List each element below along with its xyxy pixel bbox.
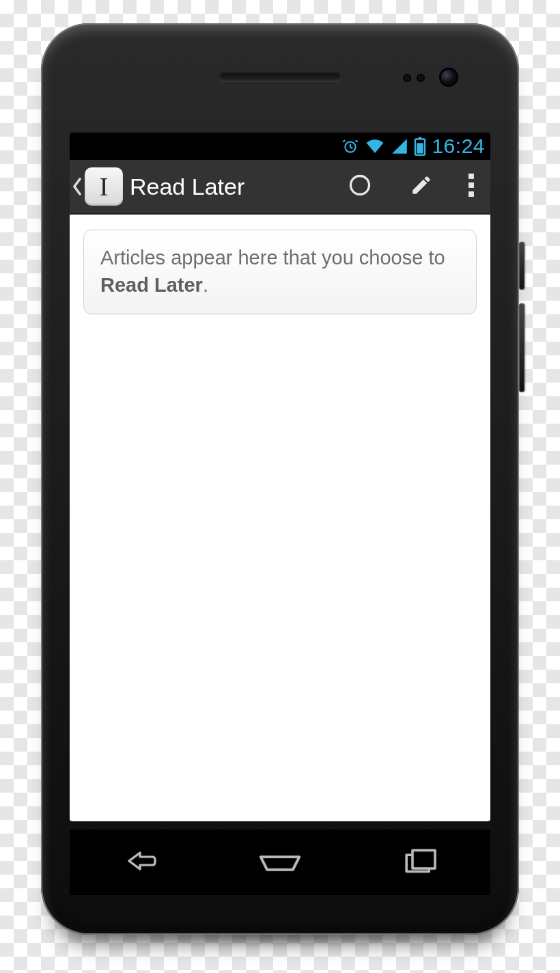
phone-front-camera: [441, 70, 456, 85]
hint-text-prefix: Articles appear here that you choose to: [100, 247, 445, 269]
more-vertical-icon: [468, 174, 474, 200]
svg-rect-7: [468, 191, 474, 197]
wifi-icon: [365, 137, 385, 155]
phone-device-frame: 16:24 I Read Later: [41, 23, 519, 935]
recent-apps-icon: [401, 846, 439, 879]
svg-rect-3: [417, 143, 423, 153]
overflow-menu-button[interactable]: [452, 159, 490, 214]
edit-button[interactable]: [391, 159, 452, 214]
status-clock: 16:24: [432, 135, 485, 158]
app-icon[interactable]: I: [85, 167, 123, 206]
system-nav-bar: [70, 830, 490, 895]
phone-earpiece: [219, 72, 341, 82]
hint-text-suffix: .: [203, 274, 208, 296]
home-icon: [253, 847, 307, 877]
pencil-icon: [410, 174, 433, 200]
phone-screen: 16:24 I Read Later: [70, 133, 490, 821]
refresh-button[interactable]: [329, 159, 391, 214]
app-bar: I Read Later: [70, 160, 490, 215]
nav-home-button[interactable]: [239, 840, 321, 884]
battery-icon: [414, 137, 426, 156]
back-icon: [115, 847, 165, 877]
nav-back-button[interactable]: [99, 840, 181, 884]
signal-icon: [391, 137, 408, 155]
nav-recent-button[interactable]: [379, 840, 461, 884]
phone-power-button: [519, 242, 524, 290]
svg-rect-2: [419, 137, 422, 139]
svg-rect-5: [468, 174, 474, 179]
content-area: Articles appear here that you choose to …: [70, 215, 490, 821]
phone-sensors: [404, 75, 423, 81]
status-bar: 16:24: [70, 133, 490, 160]
empty-state-hint: Articles appear here that you choose to …: [83, 230, 477, 314]
refresh-icon: [348, 173, 372, 200]
hint-text-bold: Read Later: [100, 274, 203, 296]
svg-rect-8: [412, 851, 435, 868]
up-button[interactable]: [70, 159, 85, 214]
svg-rect-6: [468, 182, 474, 188]
alarm-icon: [341, 137, 359, 155]
phone-volume-button: [519, 303, 524, 392]
app-title[interactable]: Read Later: [127, 174, 244, 200]
svg-point-4: [351, 176, 369, 195]
